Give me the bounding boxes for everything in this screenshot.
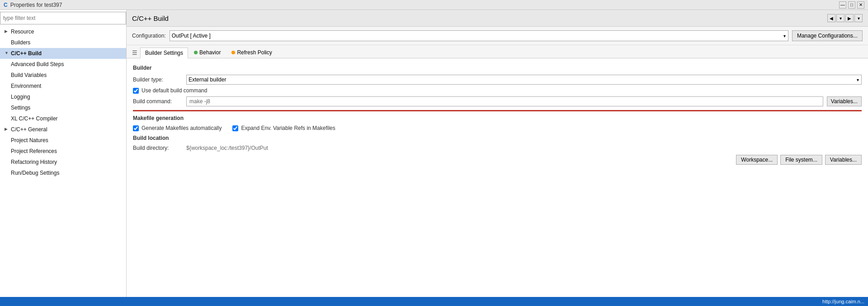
sidebar-item-advanced-build-steps[interactable]: Advanced Build Steps: [0, 59, 126, 70]
right-panel: C/C++ Build ◀ ▾ ▶ ▾ Configuration: OutPu…: [127, 10, 868, 297]
builder-type-label: Builder type:: [133, 76, 183, 83]
content-area: Builder Builder type: External builder U…: [127, 58, 868, 297]
use-default-build-cmd-row: Use default build command: [133, 87, 862, 94]
use-default-build-cmd-label: Use default build command: [142, 87, 207, 94]
config-select[interactable]: OutPut [ Active ]: [170, 30, 788, 41]
sidebar-item-project-references[interactable]: Project References: [0, 146, 126, 157]
sidebar: ▶ Resource Builders ▼ C/C++ Build Advanc…: [0, 10, 127, 297]
close-button[interactable]: ✕: [857, 1, 864, 9]
expand-env-label: Expand Env. Variable Refs in Makefiles: [241, 125, 335, 131]
manage-configurations-button[interactable]: Manage Configurations...: [792, 30, 863, 41]
config-select-wrapper: OutPut [ Active ]: [170, 30, 788, 41]
refresh-dot-icon: [231, 51, 235, 54]
build-dir-value: ${workspace_loc:/test397}/OutPut: [186, 145, 862, 151]
builder-type-row: Builder type: External builder: [133, 75, 862, 85]
main-content: ▶ Resource Builders ▼ C/C++ Build Advanc…: [0, 10, 868, 297]
sidebar-item-builders[interactable]: Builders: [0, 37, 126, 48]
sidebar-item-label: Settings: [11, 104, 30, 112]
list-icon: ☰: [132, 49, 137, 56]
config-label: Configuration:: [132, 33, 166, 39]
expand-icon-placeholder: [5, 170, 9, 176]
variables-button2[interactable]: Variables...: [825, 155, 862, 165]
build-location-title: Build location: [133, 135, 862, 141]
generate-makefiles-row: Generate Makefiles automatically: [133, 125, 222, 131]
sidebar-item-label: Refactoring History: [11, 158, 57, 166]
dropdown-arrow-button2[interactable]: ▾: [854, 14, 863, 22]
makefile-section-title: Makefile generation: [133, 115, 862, 121]
use-default-build-cmd-checkbox[interactable]: [133, 88, 139, 94]
sidebar-item-label: Logging: [11, 93, 30, 101]
sidebar-item-xl-compiler[interactable]: XL C/C++ Compiler: [0, 113, 126, 124]
tab-label: Builder Settings: [145, 50, 183, 56]
makefile-row: Generate Makefiles automatically Expand …: [133, 125, 862, 131]
back-arrow-button[interactable]: ◀: [827, 14, 835, 22]
minimize-button[interactable]: —: [839, 1, 846, 9]
bottom-bar: http://jung.caim.n...: [0, 297, 868, 306]
properties-window: C Properties for test397 — □ ✕ ▶ Resourc…: [0, 0, 868, 306]
bottom-url: http://jung.caim.n...: [822, 299, 864, 304]
build-command-label: Build command:: [133, 98, 183, 105]
build-dir-row: Build directory: ${workspace_loc:/test39…: [133, 145, 862, 151]
window-icon: C: [4, 2, 8, 8]
red-divider: [133, 110, 862, 111]
variables-button[interactable]: Variables...: [827, 96, 862, 106]
sidebar-item-cpp-general[interactable]: ▶ C/C++ General: [0, 124, 126, 135]
sidebar-item-cpp-build[interactable]: ▼ C/C++ Build: [0, 48, 126, 59]
builder-section-title: Builder: [133, 65, 862, 71]
sidebar-item-label: Resource: [11, 28, 34, 36]
tab-refresh-policy[interactable]: Refresh Policy: [226, 47, 277, 58]
title-bar-controls: — □ ✕: [839, 1, 864, 9]
build-command-row: Build command: Variables...: [133, 96, 862, 106]
collapse-icon: ▼: [5, 50, 9, 57]
sidebar-item-run-debug-settings[interactable]: Run/Debug Settings: [0, 167, 126, 178]
title-bar: C Properties for test397 — □ ✕: [0, 0, 868, 10]
sidebar-item-label: Environment: [11, 82, 41, 90]
sidebar-item-build-variables[interactable]: Build Variables: [0, 70, 126, 81]
sidebar-item-label: Project Natures: [11, 136, 48, 144]
tabs-row: ☰ Builder Settings Behavior Refresh Poli…: [127, 45, 868, 58]
build-dir-label: Build directory:: [133, 145, 183, 151]
panel-title: C/C++ Build: [132, 14, 169, 22]
tab-builder-settings[interactable]: Builder Settings: [140, 48, 188, 58]
build-location-section: Build location Build directory: ${worksp…: [133, 135, 862, 165]
sidebar-item-label: XL C/C++ Compiler: [11, 115, 58, 123]
expand-icon-placeholder: [5, 137, 9, 143]
sidebar-item-label: Builders: [11, 38, 30, 47]
sidebar-item-settings[interactable]: Settings: [0, 102, 126, 113]
window-title: Properties for test397: [10, 2, 62, 8]
workspace-button[interactable]: Workspace...: [736, 155, 778, 165]
build-dir-buttons: Workspace... File system... Variables...: [133, 155, 862, 165]
sidebar-nav: ▶ Resource Builders ▼ C/C++ Build Advanc…: [0, 25, 126, 297]
forward-arrow-button[interactable]: ▶: [845, 14, 854, 22]
builder-type-select-wrapper: External builder: [186, 75, 862, 85]
nav-arrows: ◀ ▾ ▶ ▾: [827, 13, 863, 24]
sidebar-item-label: C/C++ General: [11, 125, 47, 134]
tab-behavior[interactable]: Behavior: [189, 47, 226, 58]
maximize-button[interactable]: □: [848, 1, 855, 9]
tab-label: Refresh Policy: [237, 49, 272, 56]
sidebar-item-project-natures[interactable]: Project Natures: [0, 135, 126, 146]
sidebar-item-refactoring-history[interactable]: Refactoring History: [0, 157, 126, 167]
sidebar-item-logging[interactable]: Logging: [0, 91, 126, 102]
sidebar-item-label: Build Variables: [11, 71, 47, 79]
makefile-section: Makefile generation Generate Makefiles a…: [133, 115, 862, 131]
tab-label: Behavior: [199, 49, 221, 56]
generate-makefiles-checkbox[interactable]: [133, 125, 139, 131]
filesystem-button[interactable]: File system...: [780, 155, 822, 165]
dropdown-arrow-button[interactable]: ▾: [836, 14, 844, 22]
builder-type-select[interactable]: External builder: [186, 75, 862, 85]
sidebar-item-resource[interactable]: ▶ Resource: [0, 26, 126, 37]
expand-icon-placeholder: [5, 39, 9, 46]
sidebar-item-label: Project References: [11, 147, 57, 155]
expand-env-row: Expand Env. Variable Refs in Makefiles: [232, 125, 335, 131]
config-row: Configuration: OutPut [ Active ] Manage …: [127, 27, 868, 45]
expand-icon: ▶: [5, 29, 9, 35]
build-command-input[interactable]: [186, 96, 823, 106]
sidebar-item-label: Advanced Build Steps: [11, 60, 64, 68]
sidebar-item-environment[interactable]: Environment: [0, 81, 126, 91]
behavior-dot-icon: [194, 51, 198, 54]
expand-env-checkbox[interactable]: [232, 125, 238, 131]
expand-icon: ▶: [5, 126, 9, 133]
filter-input[interactable]: [0, 12, 126, 24]
expand-icon-placeholder: [5, 148, 9, 154]
